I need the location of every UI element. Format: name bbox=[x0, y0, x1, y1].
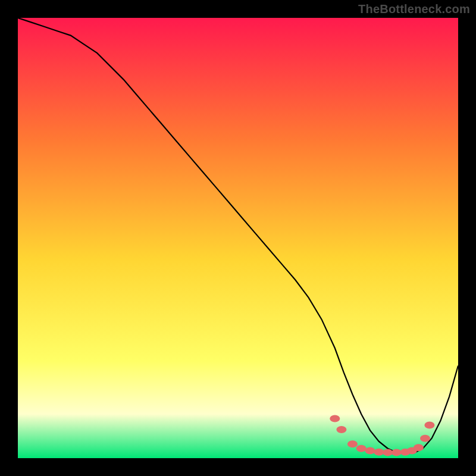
plot-area bbox=[18, 18, 458, 458]
bottleneck-chart bbox=[18, 18, 458, 458]
marker-dot bbox=[347, 440, 358, 447]
marker-dot bbox=[383, 449, 393, 456]
marker-dot bbox=[336, 426, 346, 433]
marker-dot bbox=[414, 444, 424, 451]
marker-dot bbox=[424, 422, 434, 429]
marker-dot bbox=[392, 449, 402, 456]
marker-dot bbox=[420, 435, 430, 442]
marker-dot bbox=[374, 449, 384, 456]
marker-dot bbox=[365, 447, 375, 454]
marker-dot bbox=[356, 445, 367, 452]
watermark-text: TheBottleneck.com bbox=[358, 2, 470, 16]
marker-dot bbox=[330, 415, 340, 422]
chart-frame: TheBottleneck.com bbox=[0, 0, 476, 476]
gradient-background bbox=[18, 18, 458, 458]
